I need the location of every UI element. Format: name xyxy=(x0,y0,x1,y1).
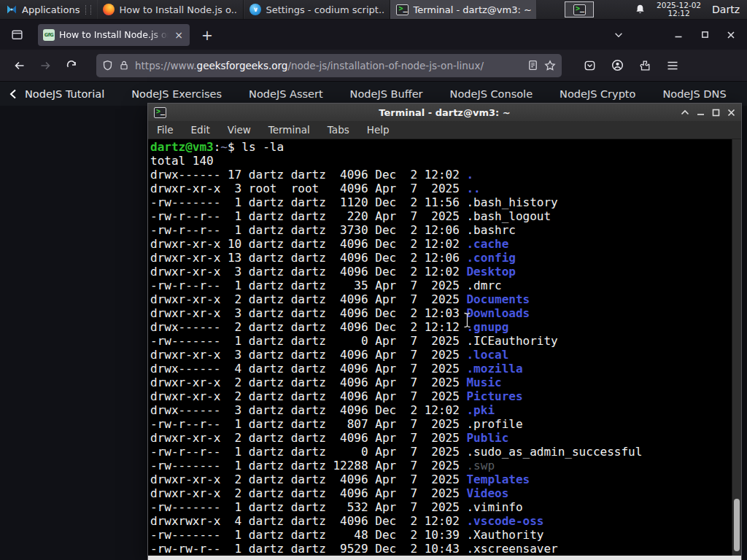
menu-hamburger-icon[interactable] xyxy=(661,55,684,77)
file-name: .Xauthority xyxy=(466,528,543,542)
notification-bell-icon[interactable] xyxy=(635,4,646,15)
terminal-line: drwx------ 4 dartz dartz 4096 Apr 7 2025… xyxy=(150,362,741,376)
tracking-shield-icon[interactable] xyxy=(102,60,113,71)
account-icon[interactable] xyxy=(605,55,629,77)
site-nav-link[interactable]: NodeJS Buffer xyxy=(350,88,423,100)
terminal-line: drwxr-xr-x 2 dartz dartz 4096 Apr 7 2025… xyxy=(150,389,741,403)
site-nav-link[interactable]: NodeJS Console xyxy=(450,88,533,100)
minimize-button[interactable] xyxy=(668,26,689,44)
browser-tab-active[interactable]: GfG How to Install Node.js on × xyxy=(38,24,190,46)
terminal-line: -rw------- 1 dartz dartz 12288 Apr 7 202… xyxy=(150,459,741,472)
terminal-icon xyxy=(396,4,409,15)
terminal-line: drwxr-xr-x 3 dartz dartz 4096 Apr 7 2025… xyxy=(150,348,741,362)
file-name: .profile xyxy=(466,417,522,431)
directory-name: .vscode-oss xyxy=(466,514,543,528)
minimize-button[interactable] xyxy=(697,109,705,116)
directory-name: .pki xyxy=(466,403,495,417)
close-button[interactable] xyxy=(721,26,741,44)
user-menu[interactable]: Dartz xyxy=(712,4,740,15)
terminal-icon xyxy=(154,107,166,118)
terminal-bottom-edge xyxy=(148,556,741,560)
menu-file[interactable]: File xyxy=(157,124,174,136)
terminal-line: -rw------- 1 dartz dartz 0 Apr 7 2025 .I… xyxy=(150,334,741,348)
directory-name: Downloads xyxy=(466,306,530,320)
reload-button[interactable] xyxy=(60,55,83,77)
new-tab-button[interactable]: + xyxy=(194,27,220,43)
site-nav-link[interactable]: NodeJS Exercises xyxy=(131,88,222,100)
reader-mode-icon[interactable] xyxy=(527,60,538,71)
shade-button[interactable] xyxy=(681,109,689,116)
directory-name: .cache xyxy=(466,237,508,251)
scrollbar-thumb[interactable] xyxy=(734,499,740,551)
terminal-line: drwxr-xr-x 3 dartz dartz 4096 Dec 2 12:0… xyxy=(150,265,741,279)
workspace-switcher[interactable] xyxy=(565,1,594,18)
menu-help[interactable]: Help xyxy=(367,124,390,136)
directory-name: .gnupg xyxy=(466,320,508,334)
terminal-line: drwxrwxr-x 4 dartz dartz 4096 Dec 2 12:0… xyxy=(150,514,741,528)
close-button[interactable] xyxy=(727,109,735,117)
file-name: .bash_history xyxy=(466,195,557,209)
terminal-line: drwxr-xr-x 3 dartz dartz 4096 Dec 2 12:0… xyxy=(150,306,741,320)
terminal-window-title: Terminal - dartz@vm3: ~ xyxy=(148,107,741,118)
terminal-scrollbar[interactable] xyxy=(732,139,741,556)
tab-close-icon[interactable]: × xyxy=(173,29,185,41)
taskbar-button-firefox[interactable]: How to Install Node.js o... xyxy=(97,0,244,19)
file-name: .swp xyxy=(466,459,495,472)
terminal-line: drwx------ 2 dartz dartz 4096 Dec 2 12:1… xyxy=(150,320,741,334)
menu-view[interactable]: View xyxy=(228,124,251,136)
top-panel: Applications How to Install Node.js o...… xyxy=(0,0,747,20)
url-bar[interactable]: https://www.geeksforgeeks.org/node-js/in… xyxy=(96,54,562,77)
menu-terminal[interactable]: Terminal xyxy=(268,124,310,136)
directory-name: Public xyxy=(466,431,508,445)
text-cursor-pointer xyxy=(463,312,471,328)
codium-icon: ∨ xyxy=(249,4,261,15)
menu-edit[interactable]: Edit xyxy=(191,124,210,136)
taskbar-button-codium[interactable]: ∨ Settings - codium script... xyxy=(244,0,390,19)
bookmark-star-icon[interactable] xyxy=(544,60,556,71)
maximize-button[interactable] xyxy=(712,109,720,117)
menu-tabs[interactable]: Tabs xyxy=(328,124,349,136)
lock-icon[interactable] xyxy=(119,60,129,71)
extensions-icon[interactable] xyxy=(633,55,657,77)
firefox-view-icon[interactable] xyxy=(6,25,28,45)
directory-name: .config xyxy=(466,251,515,265)
url-text: https://www.geeksforgeeks.org/node-js/in… xyxy=(135,60,522,71)
clock-time: 12:12 xyxy=(657,9,701,18)
terminal-line: -rw------- 1 dartz dartz 48 Dec 2 10:39 … xyxy=(150,528,741,542)
terminal-line: drwxr-xr-x 13 dartz dartz 4096 Dec 2 12:… xyxy=(150,251,741,265)
terminal-line: -rw-r--r-- 1 dartz dartz 0 Apr 7 2025 .s… xyxy=(150,445,741,459)
back-button[interactable] xyxy=(7,55,31,77)
taskbar-button-terminal[interactable]: Terminal - dartz@vm3: ~ xyxy=(390,0,537,19)
file-name: .sudo_as_admin_successful xyxy=(466,445,642,459)
list-all-tabs-icon[interactable] xyxy=(608,26,629,44)
site-nav-link[interactable]: NodeJS Crypto xyxy=(560,88,635,100)
terminal-line: -rw-rw-r-- 1 dartz dartz 9529 Dec 2 10:4… xyxy=(150,542,741,556)
site-nav-link[interactable]: NodeJS DNS xyxy=(662,88,726,100)
site-nav-link[interactable]: NodeJS Assert xyxy=(249,88,323,100)
pocket-icon[interactable] xyxy=(578,55,601,77)
tab-title: How to Install Node.js on xyxy=(59,29,169,40)
terminal-line: drwxr-xr-x 2 dartz dartz 4096 Apr 7 2025… xyxy=(150,376,741,389)
terminal-screen[interactable]: dartz@vm3:~$ ls -la total 140 drwx------… xyxy=(148,139,741,556)
tab-strip: GfG How to Install Node.js on × + xyxy=(0,20,747,50)
applications-menu-button[interactable]: Applications xyxy=(0,0,97,19)
forward-button[interactable] xyxy=(34,55,57,77)
carousel-prev-icon[interactable] xyxy=(9,89,18,99)
directory-name: Desktop xyxy=(466,265,515,279)
terminal-icon xyxy=(573,4,586,15)
site-nav-link[interactable]: NodeJS Tutorial xyxy=(25,88,104,100)
file-name: .bashrc xyxy=(466,223,515,237)
terminal-line: -rw------- 1 dartz dartz 532 Apr 7 2025 … xyxy=(150,500,741,514)
terminal-line: -rw------- 1 dartz dartz 1120 Dec 2 11:5… xyxy=(150,195,741,209)
toolbar-right-icons xyxy=(578,55,684,77)
terminal-line: drwx------ 17 dartz dartz 4096 Dec 2 12:… xyxy=(150,168,741,182)
terminal-titlebar[interactable]: Terminal - dartz@vm3: ~ xyxy=(148,104,741,121)
panel-clock[interactable]: 2025-12-02 12:12 xyxy=(657,1,701,18)
directory-name: .mozilla xyxy=(466,362,522,376)
file-name: .xscreensaver xyxy=(466,542,557,556)
terminal-line: drwx------ 3 dartz dartz 4096 Dec 2 12:0… xyxy=(150,403,741,417)
directory-name: Videos xyxy=(466,486,508,500)
maximize-button[interactable] xyxy=(694,26,715,44)
directory-name: Music xyxy=(466,376,501,389)
terminal-line: -rw-r--r-- 1 dartz dartz 3730 Dec 2 12:0… xyxy=(150,223,741,237)
